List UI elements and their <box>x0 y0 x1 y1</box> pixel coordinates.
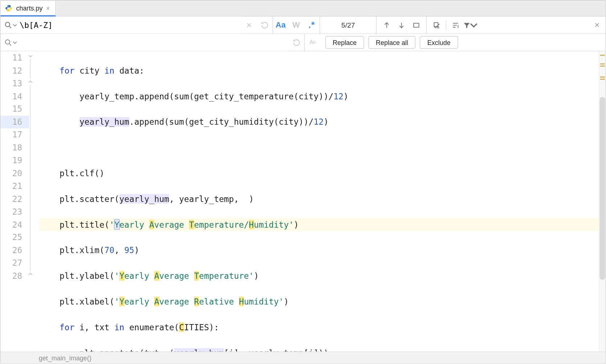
find-options-icon[interactable] <box>448 16 463 34</box>
fold-marker-icon[interactable] <box>28 79 34 85</box>
select-all-icon[interactable] <box>409 16 424 34</box>
match-case-toggle[interactable]: Aa <box>273 16 288 34</box>
breadcrumb[interactable]: get_main_image() <box>0 352 606 364</box>
search-history-icon[interactable] <box>257 16 273 34</box>
code-line[interactable]: plt.xlim(70, 95) <box>40 244 599 257</box>
breadcrumb-item[interactable]: get_main_image() <box>39 354 91 361</box>
replace-button[interactable]: Replace <box>325 36 364 49</box>
code-line[interactable]: plt.annotate(txt, (yearly_hum[i], yearly… <box>40 347 599 352</box>
regex-toggle[interactable]: .* <box>304 16 320 34</box>
code-line[interactable]: for city in data: <box>40 64 599 77</box>
code-line[interactable] <box>40 141 599 154</box>
svg-line-1 <box>9 26 11 28</box>
preserve-case-icon[interactable]: AA <box>304 34 320 51</box>
replace-history-icon[interactable] <box>289 34 304 51</box>
clear-search-icon[interactable]: × <box>241 16 257 34</box>
find-bar: × Aa W .* 5/27 × <box>0 17 606 34</box>
fold-marker-icon[interactable] <box>28 271 34 277</box>
replace-search-icon[interactable] <box>4 38 17 47</box>
code-line[interactable]: for i, txt in enumerate(CITIES): <box>40 321 599 334</box>
close-tab-icon[interactable]: × <box>46 4 50 12</box>
tab-bar: charts.py × <box>0 0 606 16</box>
match-nav <box>377 17 427 34</box>
fold-marker-icon[interactable] <box>28 53 34 59</box>
code-line[interactable]: plt.title('Yearly Average Temperature/Hu… <box>40 218 599 231</box>
svg-line-13 <box>9 44 11 45</box>
filter-icon[interactable] <box>463 16 478 34</box>
code-line[interactable]: plt.clf() <box>40 167 599 179</box>
code-line[interactable]: plt.xlabel('Yearly Average Relative Humi… <box>40 295 599 308</box>
search-icon[interactable] <box>4 21 17 29</box>
match-count: 5/27 <box>320 17 377 34</box>
search-field-wrap: × Aa W .* <box>0 17 320 34</box>
replace-input[interactable] <box>17 34 289 51</box>
search-input[interactable] <box>17 17 241 34</box>
code-area[interactable]: for city in data: yearly_temp.append(sum… <box>34 51 599 352</box>
svg-rect-4 <box>414 23 419 27</box>
replace-all-button[interactable]: Replace all <box>368 36 415 49</box>
marker-strip[interactable] <box>599 51 606 352</box>
replace-bar: AA Replace Replace all Exclude <box>0 34 606 51</box>
tab-label: charts.py <box>16 4 42 12</box>
whole-word-toggle[interactable]: W <box>288 16 304 34</box>
code-line[interactable]: plt.scatter(yearly_hum, yearly_temp, ) <box>40 193 599 205</box>
line-gutter: 111213141516171819202122232425262728 <box>0 51 34 352</box>
prev-match-icon[interactable] <box>379 16 394 34</box>
multi-cursor-icon[interactable] <box>429 16 444 34</box>
next-match-icon[interactable] <box>394 16 409 34</box>
code-editor[interactable]: 111213141516171819202122232425262728 for… <box>0 51 606 352</box>
code-line[interactable]: yearly_hum.append(sum(get_city_humidity(… <box>40 116 599 128</box>
svg-point-0 <box>5 22 10 26</box>
close-find-icon[interactable]: × <box>588 17 606 34</box>
find-extra-tools <box>427 17 480 34</box>
code-line[interactable]: plt.ylabel('Yearly Average Temperature') <box>40 269 599 282</box>
code-line[interactable]: yearly_temp.append(sum(get_city_temperat… <box>40 90 599 103</box>
svg-point-12 <box>5 40 10 44</box>
exclude-button[interactable]: Exclude <box>420 36 458 49</box>
tab-charts[interactable]: charts.py × <box>0 1 56 16</box>
python-file-icon <box>5 4 13 12</box>
